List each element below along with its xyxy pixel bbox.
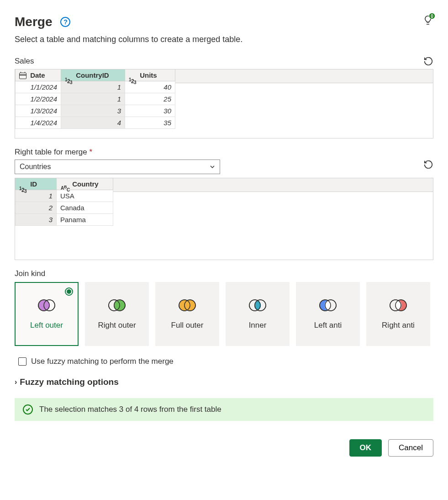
join-kind-left-anti[interactable]: Left anti <box>296 282 360 346</box>
ok-button[interactable]: OK <box>349 439 382 457</box>
right-table-grid[interactable]: 2 IDABC Country1USA2Canada3Panama <box>15 178 433 260</box>
table-row[interactable]: 1/1/2024140 <box>16 81 175 93</box>
cancel-button[interactable]: Cancel <box>388 439 433 457</box>
subtitle: Select a table and matching columns to c… <box>15 35 433 44</box>
tips-lightbulb-icon[interactable]: 0 <box>422 15 433 26</box>
required-asterisk: * <box>89 148 92 156</box>
fuzzy-options-expander[interactable]: › Fuzzy matching options <box>15 377 433 387</box>
join-kind-label: Left outer <box>30 321 63 330</box>
table-row[interactable]: 3Panama <box>16 214 113 226</box>
join-kind-inner[interactable]: Inner <box>226 282 290 346</box>
page-title: Merge <box>15 15 52 29</box>
right-table-dropdown[interactable]: Countries <box>15 160 220 174</box>
table-row[interactable]: 1USA <box>16 190 113 202</box>
refresh-right-table-icon[interactable] <box>423 160 433 170</box>
join-kind-label: Left anti <box>314 321 342 330</box>
join-kind-label: Join kind <box>15 269 433 278</box>
venn-left-anti-icon <box>318 298 338 314</box>
right-col-Country[interactable]: ABC Country <box>57 178 113 190</box>
venn-full-outer-icon <box>177 298 197 314</box>
left-table-name: Sales <box>15 57 34 66</box>
venn-right-anti-icon <box>388 298 408 314</box>
fuzzy-options-label: Fuzzy matching options <box>20 377 118 387</box>
refresh-left-table-icon[interactable] <box>423 56 433 66</box>
left-col-Date[interactable]: Date <box>16 69 61 81</box>
match-status-bar: The selection matches 3 of 4 rows from t… <box>15 398 433 421</box>
left-col-CountryID[interactable]: 2 CountryID <box>61 69 125 81</box>
right-table-dropdown-value: Countries <box>20 163 51 171</box>
left-col-Units[interactable]: 2 Units <box>125 69 175 81</box>
join-kind-right-anti[interactable]: Right anti <box>366 282 430 346</box>
radio-selected-icon <box>65 287 73 296</box>
venn-right-outer-icon <box>107 298 127 314</box>
chevron-right-icon: › <box>15 378 17 386</box>
join-kind-options: Left outer Right outer Full outer Inner … <box>15 282 433 346</box>
table-row[interactable]: 2Canada <box>16 202 113 214</box>
join-kind-full-outer[interactable]: Full outer <box>155 282 219 346</box>
table-row[interactable]: 1/2/2024125 <box>16 93 175 105</box>
venn-inner-icon <box>248 298 268 314</box>
fuzzy-matching-checkbox[interactable] <box>18 357 26 366</box>
match-status-text: The selection matches 3 of 4 rows from t… <box>39 405 221 414</box>
venn-left-outer-icon <box>37 298 57 314</box>
right-col-ID[interactable]: 2 ID <box>16 178 57 190</box>
join-kind-right-outer[interactable]: Right outer <box>85 282 149 346</box>
chevron-down-icon <box>210 164 215 170</box>
right-table-label: Right table for merge <box>15 148 87 156</box>
table-row[interactable]: 1/3/2024330 <box>16 105 175 117</box>
help-icon[interactable]: ? <box>60 17 70 27</box>
checkmark-circle-icon <box>23 404 33 415</box>
tips-badge: 0 <box>429 13 435 19</box>
join-kind-left-outer[interactable]: Left outer <box>15 282 79 346</box>
table-row[interactable]: 1/4/2024435 <box>16 117 175 129</box>
left-table-grid[interactable]: Date2 CountryID2 Units1/1/20241401/2/202… <box>15 69 433 138</box>
fuzzy-matching-label: Use fuzzy matching to perform the merge <box>31 357 174 366</box>
join-kind-label: Right outer <box>98 321 136 330</box>
join-kind-label: Inner <box>249 321 267 330</box>
join-kind-label: Right anti <box>382 321 415 330</box>
join-kind-label: Full outer <box>171 321 204 330</box>
